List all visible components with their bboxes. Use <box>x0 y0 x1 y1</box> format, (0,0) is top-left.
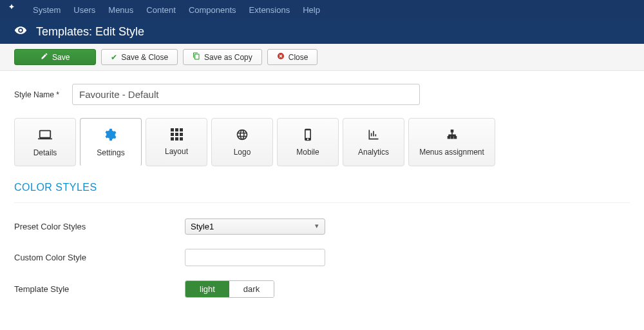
action-toolbar: Save ✔ Save & Close Save as Copy Close <box>0 44 644 71</box>
tab-label: Analytics <box>358 148 389 157</box>
tab-label: Layout <box>165 147 188 156</box>
save-label: Save <box>52 53 70 62</box>
tab-analytics[interactable]: Analytics <box>343 118 404 166</box>
save-close-label: Save & Close <box>121 53 168 62</box>
main-content: Style Name * Details Settings Layout <box>0 71 644 325</box>
toggle-light[interactable]: light <box>185 281 229 297</box>
menu-content[interactable]: Content <box>140 5 182 15</box>
globe-icon <box>236 128 249 141</box>
tab-strip: Details Settings Layout Logo Mobile <box>14 118 630 166</box>
copy-icon <box>193 52 200 62</box>
save-copy-button[interactable]: Save as Copy <box>183 49 262 65</box>
page-header: Templates: Edit Style <box>0 19 644 44</box>
tab-label: Logo <box>234 148 251 157</box>
template-style-label: Template Style <box>14 284 185 294</box>
menu-menus[interactable]: Menus <box>102 5 140 15</box>
tab-settings[interactable]: Settings <box>80 118 142 166</box>
custom-color-input[interactable] <box>185 249 325 266</box>
style-name-label: Style Name * <box>14 90 72 99</box>
cogs-icon <box>104 128 118 142</box>
tab-menus-assignment[interactable]: Menus assignment <box>408 118 495 166</box>
svg-rect-1 <box>451 130 453 131</box>
tab-mobile[interactable]: Mobile <box>277 118 339 166</box>
page-title: Templates: Edit Style <box>36 25 144 39</box>
joomla-logo-icon[interactable] <box>6 3 17 16</box>
preset-color-row: Preset Color Styles Style1 <box>14 218 630 235</box>
preset-color-label: Preset Color Styles <box>14 222 185 231</box>
tab-logo[interactable]: Logo <box>211 118 273 166</box>
menu-users[interactable]: Users <box>67 5 102 15</box>
apply-icon <box>41 52 48 62</box>
svg-rect-2 <box>448 136 450 138</box>
tab-label: Menus assignment <box>419 148 484 157</box>
tree-icon <box>446 128 459 141</box>
tab-label: Settings <box>97 148 124 157</box>
custom-color-row: Custom Color Style <box>14 249 630 266</box>
grid-icon <box>171 128 183 141</box>
svg-rect-4 <box>454 136 456 138</box>
tab-details[interactable]: Details <box>14 118 76 166</box>
template-style-toggle: light dark <box>185 280 274 298</box>
menu-system[interactable]: System <box>26 5 67 15</box>
menu-help[interactable]: Help <box>296 5 327 15</box>
mobile-icon <box>301 128 314 141</box>
check-icon: ✔ <box>111 53 117 62</box>
section-heading: COLOR STYLES <box>14 182 630 193</box>
save-close-button[interactable]: ✔ Save & Close <box>101 49 178 65</box>
preset-select-wrap: Style1 <box>185 218 325 235</box>
close-label: Close <box>289 53 308 62</box>
save-copy-label: Save as Copy <box>204 53 252 62</box>
svg-rect-3 <box>451 136 453 138</box>
toggle-dark[interactable]: dark <box>229 281 274 297</box>
style-name-row: Style Name * <box>14 84 630 105</box>
tab-layout[interactable]: Layout <box>146 118 207 166</box>
bars-icon <box>367 128 380 141</box>
eye-icon <box>14 24 27 40</box>
template-style-row: Template Style light dark <box>14 280 630 298</box>
menu-extensions[interactable]: Extensions <box>243 5 297 15</box>
laptop-icon <box>38 128 52 142</box>
preset-color-select[interactable]: Style1 <box>185 218 325 235</box>
close-icon <box>277 52 285 62</box>
tab-label: Details <box>33 148 57 157</box>
divider <box>14 202 630 203</box>
admin-top-menu: System Users Menus Content Components Ex… <box>0 0 644 19</box>
tab-label: Mobile <box>296 148 319 157</box>
menu-components[interactable]: Components <box>182 5 243 15</box>
close-button[interactable]: Close <box>267 49 318 65</box>
save-button[interactable]: Save <box>14 49 96 65</box>
style-name-input[interactable] <box>72 84 420 105</box>
custom-color-label: Custom Color Style <box>14 253 185 262</box>
